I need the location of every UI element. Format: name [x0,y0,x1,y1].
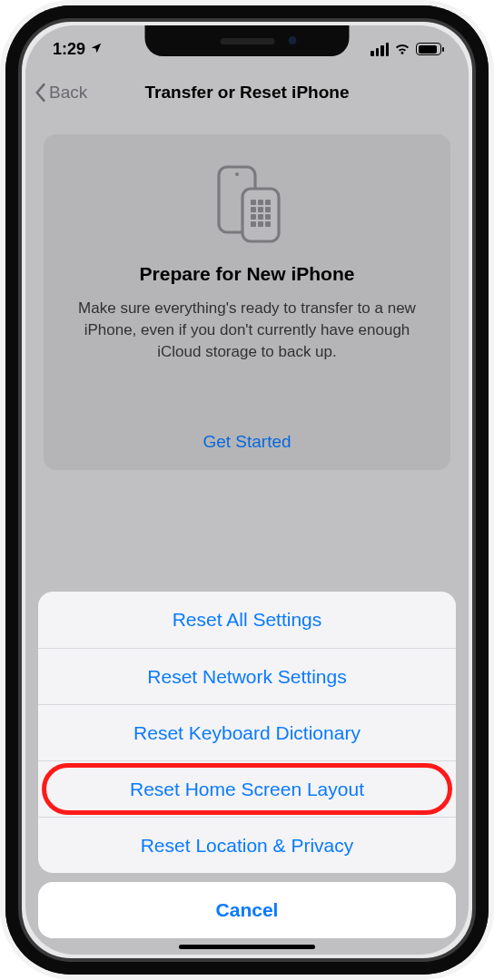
option-label: Reset All Settings [173,609,322,631]
home-indicator[interactable] [179,945,315,949]
option-label: Reset Network Settings [147,666,346,688]
notch [145,25,350,56]
reset-home-screen-layout-option[interactable]: Reset Home Screen Layout [38,760,456,817]
reset-keyboard-dictionary-option[interactable]: Reset Keyboard Dictionary [38,704,456,760]
reset-network-settings-option[interactable]: Reset Network Settings [38,648,456,704]
action-sheet: Reset All Settings Reset Network Setting… [38,592,456,938]
speaker-grille [220,38,274,44]
reset-location-privacy-option[interactable]: Reset Location & Privacy [38,817,456,873]
option-label: Reset Home Screen Layout [130,779,364,800]
cancel-button[interactable]: Cancel [38,882,456,938]
option-label: Reset Location & Privacy [141,835,354,857]
side-button[interactable] [489,254,494,352]
screen: 1:29 Back Transfer or Reset iPhone [25,25,469,955]
sheet-options: Reset All Settings Reset Network Setting… [38,592,456,873]
option-label: Reset Keyboard Dictionary [133,722,361,744]
cancel-label: Cancel [216,899,279,921]
front-camera [287,34,299,46]
phone-frame: 1:29 Back Transfer or Reset iPhone [5,5,489,975]
reset-all-settings-option[interactable]: Reset All Settings [38,592,456,648]
